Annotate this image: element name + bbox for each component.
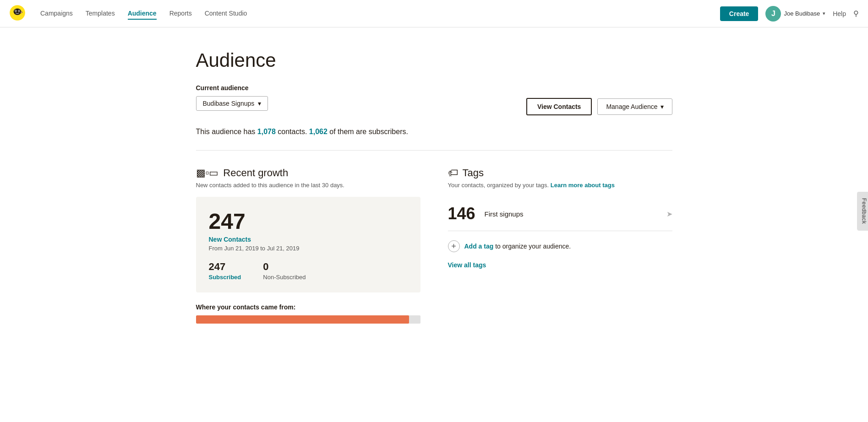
- tags-title: Tags: [463, 167, 484, 179]
- audience-summary: This audience has 1,078 contacts. 1,062 …: [196, 126, 672, 137]
- user-menu[interactable]: J Joe Budibase ▾: [765, 6, 825, 22]
- growth-subtitle: New contacts added to this audience in t…: [196, 182, 420, 189]
- bar-chart-icon: ▩▫▭: [196, 167, 219, 179]
- tags-header: 🏷 Tags: [448, 167, 672, 179]
- tags-subtitle-text: Your contacts, organized by your tags.: [448, 182, 549, 189]
- contacts-source-bar: [196, 315, 420, 324]
- svg-point-7: [21, 12, 22, 13]
- growth-title: Recent growth: [223, 167, 288, 179]
- non-subscribed-stat: 0 Non-Subscribed: [263, 261, 306, 281]
- nav-links: Campaigns Templates Audience Reports Con…: [40, 8, 705, 20]
- feedback-tab[interactable]: Feedback: [857, 192, 868, 231]
- where-from-section: Where your contacts came from:: [196, 303, 420, 324]
- view-contacts-button[interactable]: View Contacts: [526, 98, 592, 115]
- subscribed-label[interactable]: Subscribed: [209, 274, 241, 281]
- where-from-title: Where your contacts came from:: [196, 303, 420, 311]
- section-divider: [196, 150, 672, 151]
- audience-actions: View Contacts Manage Audience ▾: [526, 84, 672, 115]
- add-tag-suffix: to organize your audience.: [493, 243, 571, 250]
- manage-audience-button[interactable]: Manage Audience ▾: [597, 98, 672, 115]
- growth-card: 247 New Contacts From Jun 21, 2019 to Ju…: [196, 197, 420, 292]
- audience-header: Current audience Budibase Signups ▾ View…: [196, 84, 672, 115]
- add-tag-text: Add a tag to organize your audience.: [464, 243, 571, 250]
- logo[interactable]: [9, 5, 26, 22]
- summary-middle: contacts.: [276, 128, 309, 135]
- chevron-down-icon: ▾: [823, 11, 825, 16]
- tags-list: 146 First signups ➤: [448, 197, 672, 231]
- audience-name: Budibase Signups: [203, 100, 255, 107]
- dropdown-chevron-icon: ▾: [258, 100, 261, 107]
- tag-count: 146: [448, 204, 485, 223]
- nav-audience[interactable]: Audience: [128, 8, 157, 20]
- current-audience-label: Current audience: [196, 84, 268, 92]
- audience-selector: Current audience Budibase Signups ▾: [196, 84, 268, 111]
- svg-point-5: [18, 10, 19, 11]
- manage-audience-chevron-icon: ▾: [661, 103, 664, 110]
- tag-icon: 🏷: [448, 167, 458, 179]
- growth-date-range: From Jun 21, 2019 to Jul 21, 2019: [209, 245, 408, 252]
- nav-content-studio[interactable]: Content Studio: [205, 8, 247, 20]
- total-contacts[interactable]: 1,078: [257, 128, 276, 135]
- nav-campaigns[interactable]: Campaigns: [40, 8, 73, 20]
- svg-point-1: [14, 8, 22, 15]
- growth-header: ▩▫▭ Recent growth: [196, 167, 420, 179]
- add-tag-link[interactable]: Add a tag: [464, 243, 494, 250]
- tag-arrow-icon[interactable]: ➤: [666, 210, 672, 218]
- tags-subtitle: Your contacts, organized by your tags. L…: [448, 182, 672, 189]
- user-name-label: Joe Budibase: [784, 10, 820, 17]
- growth-section: ▩▫▭ Recent growth New contacts added to …: [196, 167, 420, 324]
- subscribers-count[interactable]: 1,062: [309, 128, 328, 135]
- audience-dropdown[interactable]: Budibase Signups ▾: [196, 96, 268, 111]
- subscribed-stat: 247 Subscribed: [209, 261, 241, 281]
- tag-name: First signups: [485, 210, 666, 218]
- add-tag-row: + Add a tag to organize your audience.: [448, 231, 672, 260]
- page-title: Audience: [196, 49, 672, 71]
- learn-more-tags-link[interactable]: Learn more about tags: [551, 182, 615, 189]
- nav-reports[interactable]: Reports: [169, 8, 192, 20]
- svg-point-4: [15, 10, 16, 11]
- contacts-source-fill: [196, 315, 409, 324]
- non-subscribed-count: 0: [263, 261, 306, 273]
- new-contacts-link[interactable]: New Contacts: [209, 236, 408, 243]
- summary-suffix: of them are subscribers.: [328, 128, 408, 135]
- tags-section: 🏷 Tags Your contacts, organized by your …: [448, 167, 672, 324]
- view-all-tags-link[interactable]: View all tags: [448, 261, 672, 269]
- non-subscribed-label: Non-Subscribed: [263, 274, 306, 281]
- create-button[interactable]: Create: [720, 6, 759, 21]
- tag-item: 146 First signups ➤: [448, 197, 672, 231]
- search-icon[interactable]: ⚲: [853, 9, 859, 18]
- subscribed-count: 247: [209, 261, 241, 273]
- nav-right: Create J Joe Budibase ▾ Help ⚲: [720, 6, 859, 22]
- manage-audience-label: Manage Audience: [606, 103, 657, 110]
- two-column-section: ▩▫▭ Recent growth New contacts added to …: [196, 167, 672, 324]
- help-link[interactable]: Help: [833, 10, 846, 17]
- add-tag-plus-icon[interactable]: +: [448, 240, 460, 252]
- summary-prefix: This audience has: [196, 128, 257, 135]
- growth-stats: 247 Subscribed 0 Non-Subscribed: [209, 261, 408, 281]
- growth-number: 247: [209, 209, 408, 234]
- navbar: Campaigns Templates Audience Reports Con…: [0, 0, 868, 27]
- main-content: Audience Current audience Budibase Signu…: [159, 27, 709, 342]
- nav-templates[interactable]: Templates: [86, 8, 115, 20]
- user-avatar: J: [765, 6, 781, 22]
